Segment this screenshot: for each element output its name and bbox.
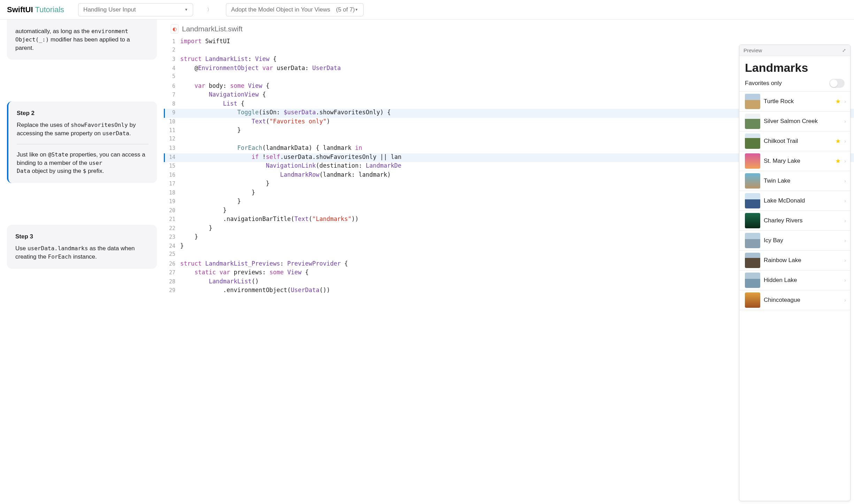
inline-code: Object(_:) [15,36,49,43]
landmark-thumbnail [745,233,760,248]
list-item[interactable]: Silver Salmon Creek› [739,112,850,131]
preview-header: Preview ⤢ [739,45,850,56]
logo-main: SwiftUI [7,5,33,14]
step-paragraph: Replace the uses of showFavoritesOnly by… [17,121,148,138]
step-paragraph: Just like on @State properties, you can … [17,151,148,175]
page-dropdown[interactable]: Adopt the Model Object in Your Views (5 … [226,3,364,16]
inline-code: ForEach [48,253,71,260]
favorites-toggle-row: Favorites only [739,77,850,92]
page-dropdown-label: Adopt the Model Object in Your Views [231,6,330,13]
expand-icon[interactable]: ⤢ [842,48,846,53]
page-dropdown-count: (5 of 7) [336,6,355,13]
steps-column: automatically, as long as the environmen… [0,20,164,504]
chevron-down-icon: ▼ [184,8,188,12]
code-content: import SwiftUI [180,38,854,45]
chevron-right-icon: › [844,198,846,204]
line-number: 18 [165,190,180,196]
line-number: 1 [165,38,180,45]
preview-panel: Preview ⤢ Landmarks Favorites only Turtl… [739,45,851,501]
landmark-name: Hidden Lake [764,277,841,284]
landmark-thumbnail [745,94,760,109]
list-item[interactable]: Rainbow Lake› [739,251,850,270]
section-dropdown[interactable]: Handling User Input ▼ [78,3,193,16]
list-item[interactable]: Charley Rivers› [739,211,850,231]
line-number: 22 [165,225,180,231]
landmark-name: Charley Rivers [764,217,841,224]
step-paragraph: Use userData.landmarks as the data when … [15,244,148,261]
list-item[interactable]: Chincoteague› [739,290,850,310]
line-number: 8 [165,101,180,107]
step-title: Step 3 [15,232,148,241]
line-number: 29 [165,287,180,293]
chevron-right-icon: › [844,277,846,283]
list-item[interactable]: Chilkoot Trail★› [739,131,850,151]
inline-code: userData [102,130,129,137]
landmark-thumbnail [745,133,760,149]
code-column: ◐ LandmarkList.swift 1import SwiftUI23st… [164,20,854,504]
inline-code: user [89,160,102,166]
inline-code: environment [91,28,128,35]
step-card-3[interactable]: Step 3 Use userData.landmarks as the dat… [7,225,157,268]
star-icon: ★ [835,157,841,165]
line-number: 11 [165,127,180,133]
step-card-2[interactable]: Step 2 Replace the uses of showFavorites… [7,101,157,183]
line-number: 17 [165,181,180,187]
line-number: 13 [165,145,180,151]
landmark-name: Lake McDonald [764,197,841,204]
chevron-right-icon: › [844,218,846,223]
list-item[interactable]: Hidden Lake› [739,270,850,290]
preview-title: Landmarks [739,61,850,77]
chevron-right-icon: › [844,297,846,303]
line-number: 10 [165,119,180,125]
chevron-down-icon: ▼ [355,8,358,12]
chevron-right-icon: › [844,258,846,263]
step-card-partial: automatically, as long as the environmen… [7,20,157,60]
chevron-right-icon: › [844,99,846,104]
line-number: 24 [165,243,180,249]
line-number: 3 [165,56,180,62]
line-number: 4 [165,65,180,71]
chevron-right-icon: › [844,238,846,243]
list-item[interactable]: Lake McDonald› [739,191,850,211]
line-number: 25 [165,251,180,257]
list-item[interactable]: St. Mary Lake★› [739,151,850,171]
line-number: 5 [165,73,180,79]
line-number: 21 [165,216,180,222]
landmark-name: Rainbow Lake [764,257,841,264]
list-item[interactable]: Turtle Rock★› [739,92,850,112]
line-number: 14 [165,154,180,160]
landmark-name: Turtle Rock [764,98,832,105]
landmark-thumbnail [745,253,760,268]
line-number: 19 [165,198,180,205]
swift-file-icon: ◐ [171,24,178,33]
chevron-right-icon: › [844,158,846,164]
line-number: 20 [165,207,180,214]
header-bar: SwiftUI Tutorials Handling User Input ▼ … [0,0,854,20]
line-number: 9 [165,109,180,116]
landmark-name: Chincoteague [764,297,841,304]
preview-header-label: Preview [744,47,762,53]
landmark-name: Icy Bay [764,237,841,244]
line-number: 26 [165,261,180,267]
step-text: automatically, as long as the [15,28,91,35]
step-title: Step 2 [17,109,148,117]
section-dropdown-label: Handling User Input [83,6,136,13]
favorites-toggle[interactable] [829,79,845,88]
line-number: 12 [165,136,180,142]
preview-body: Landmarks Favorites only Turtle Rock★›Si… [739,56,850,501]
line-number: 28 [165,278,180,285]
logo[interactable]: SwiftUI Tutorials [7,5,64,14]
list-item[interactable]: Icy Bay› [739,231,850,251]
landmark-thumbnail [745,114,760,129]
list-item[interactable]: Twin Lake› [739,171,850,191]
chevron-right-icon: › [844,119,846,124]
landmark-list[interactable]: Turtle Rock★›Silver Salmon Creek›Chilkoo… [739,92,850,310]
line-number: 15 [165,163,180,169]
favorites-label: Favorites only [745,80,782,87]
star-icon: ★ [835,137,841,145]
line-number: 23 [165,234,180,240]
landmark-name: Chilkoot Trail [764,138,832,145]
logo-sub: Tutorials [35,5,64,14]
chevron-right-icon: › [844,138,846,144]
inline-code: $ [83,168,86,174]
